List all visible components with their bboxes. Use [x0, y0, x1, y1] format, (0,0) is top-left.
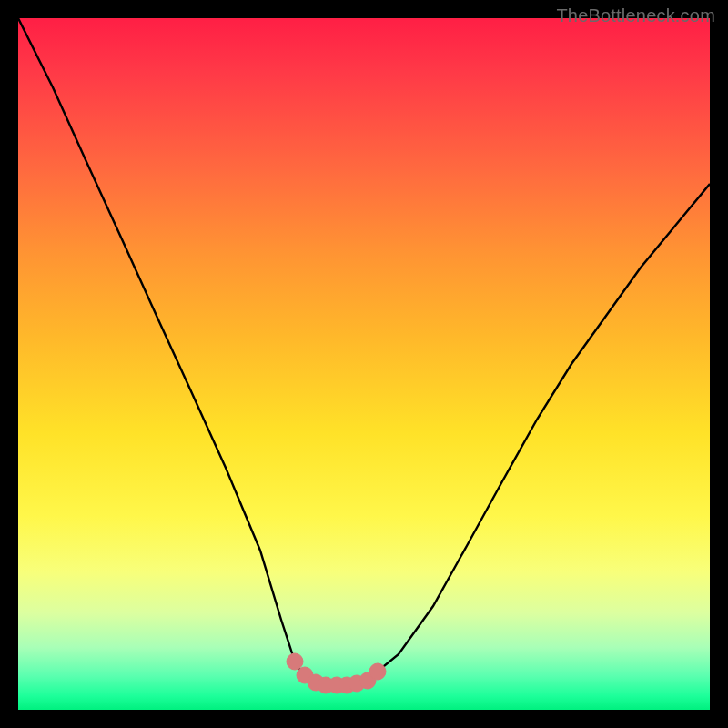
watermark-text: TheBottleneck.com [556, 5, 715, 26]
plot-area [18, 18, 710, 710]
curve-overlay [18, 18, 710, 710]
flat-region-dots [287, 653, 386, 693]
bottleneck-curve [18, 18, 710, 689]
svg-point-8 [369, 663, 386, 680]
chart-frame: TheBottleneck.com [0, 0, 728, 728]
svg-point-0 [287, 653, 303, 670]
